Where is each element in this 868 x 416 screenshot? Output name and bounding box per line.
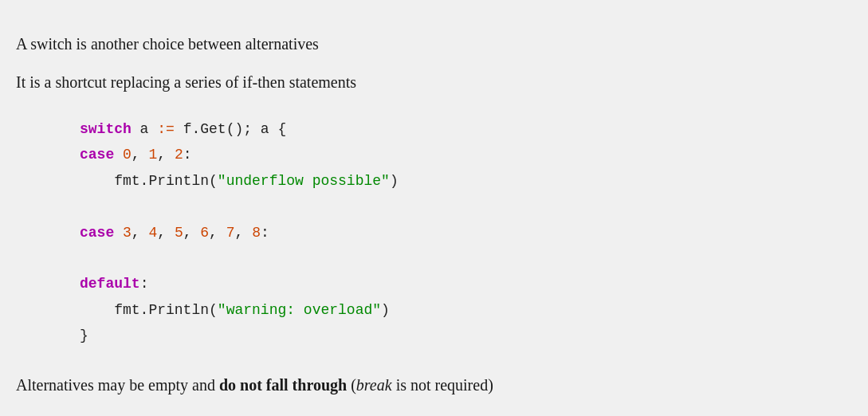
keyword-case-1: case — [80, 147, 114, 163]
code-line-6 — [80, 245, 852, 271]
code-line-1: switch a := f.Get(); a { — [80, 116, 852, 142]
code-line-4 — [80, 194, 852, 219]
footer-bold: do not fall through — [219, 376, 347, 394]
break-italic: break — [356, 376, 392, 394]
footer-prefix: Alternatives may be empty and — [16, 376, 219, 394]
code-block: switch a := f.Get(); a { case 0, 1, 2: f… — [16, 108, 852, 357]
footer-suffix: (break is not required) — [347, 376, 493, 394]
footer-line: Alternatives may be empty and do not fal… — [16, 373, 852, 397]
main-content: A switch is another choice between alter… — [16, 24, 852, 405]
keyword-case-2: case — [80, 225, 114, 241]
intro-line-1: A switch is another choice between alter… — [16, 32, 852, 56]
code-line-3: fmt.Println("underflow possible") — [80, 168, 852, 194]
code-line-7: default: — [80, 271, 852, 296]
code-line-5: case 3, 4, 5, 6, 7, 8: — [80, 220, 852, 245]
code-line-2: case 0, 1, 2: — [80, 142, 852, 167]
intro-line-2: It is a shortcut replacing a series of i… — [16, 70, 852, 94]
code-line-8: fmt.Println("warning: overload") — [80, 297, 852, 323]
code-line-9: } — [80, 323, 852, 348]
keyword-default: default — [80, 276, 140, 292]
keyword-switch: switch — [80, 121, 132, 137]
